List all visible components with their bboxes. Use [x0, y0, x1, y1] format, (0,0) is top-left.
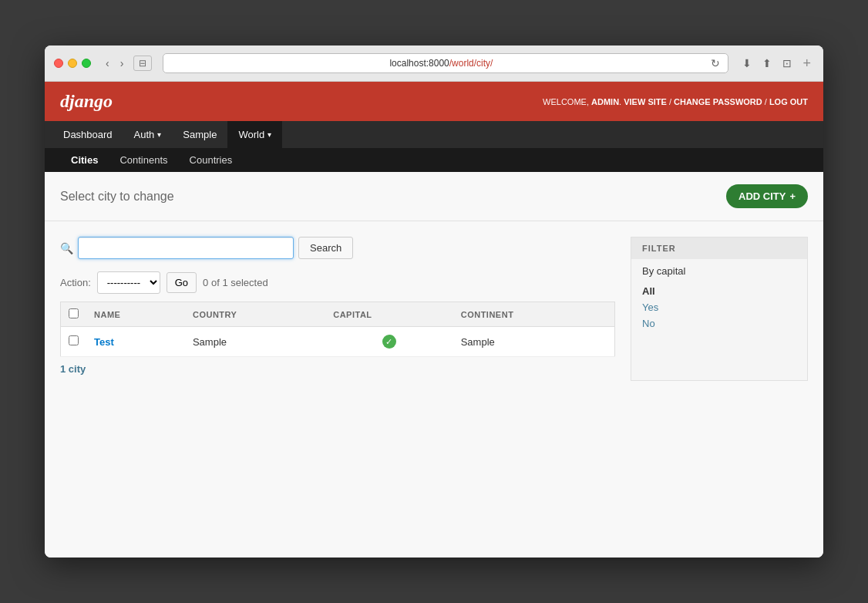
action-label: Action:: [60, 277, 91, 288]
nav-buttons: ‹ ›: [102, 56, 127, 71]
minimize-button[interactable]: [68, 59, 77, 68]
nav-item-auth[interactable]: Auth ▾: [123, 121, 173, 148]
tab-view-button[interactable]: ⊟: [133, 56, 152, 71]
filter-section-title: By capital: [631, 259, 807, 283]
action-bar: Action: ---------- Go 0 of 1 selected: [60, 271, 615, 294]
row-capital-cell: ✓: [325, 327, 453, 357]
filter-link-yes[interactable]: Yes: [642, 302, 658, 313]
filter-option-no: No: [631, 315, 807, 332]
world-dropdown-arrow: ▾: [267, 130, 271, 139]
action-select[interactable]: ----------: [97, 271, 160, 294]
col-checkbox: [61, 302, 87, 327]
view-site-link[interactable]: VIEW SITE: [624, 97, 667, 106]
table-row: Test Sample ✓ Sample: [61, 327, 615, 357]
col-capital[interactable]: CAPITAL: [325, 302, 453, 327]
main-nav: Dashboard Auth ▾ Sample World ▾: [45, 121, 823, 148]
col-country[interactable]: COUNTRY: [185, 302, 325, 327]
share-button[interactable]: ⬆: [759, 56, 775, 71]
col-continent[interactable]: CONTINENT: [453, 302, 615, 327]
url-text[interactable]: localhost:8000/world/city/: [171, 58, 711, 69]
close-button[interactable]: [54, 59, 63, 68]
sub-nav-item-cities[interactable]: Cities: [60, 148, 109, 172]
header-right: WELCOME, ADMIN. VIEW SITE / CHANGE PASSW…: [543, 97, 808, 106]
filter-list: All Yes No: [631, 283, 807, 339]
change-password-link[interactable]: CHANGE PASSWORD: [674, 97, 762, 106]
select-all-checkbox[interactable]: [69, 308, 79, 318]
row-name-link[interactable]: Test: [94, 336, 114, 348]
nav-item-world[interactable]: World ▾: [227, 121, 282, 148]
page-title: Select city to change: [60, 190, 174, 204]
table-footer: 1 city: [60, 357, 615, 381]
capital-check-icon: ✓: [382, 335, 396, 349]
content-area: Select city to change ADD CITY + 🔍 Searc…: [45, 172, 823, 558]
filter-sidebar: FILTER By capital All Yes No: [631, 237, 808, 381]
maximize-button[interactable]: [82, 59, 91, 68]
tab-manage-button[interactable]: ⊡: [779, 56, 795, 71]
row-checkbox-cell: [61, 327, 87, 357]
search-input[interactable]: [78, 237, 294, 259]
plus-icon: +: [789, 190, 796, 202]
col-name[interactable]: NAME: [86, 302, 185, 327]
filter-title: FILTER: [631, 237, 807, 259]
row-continent-cell: Sample: [453, 327, 615, 357]
forward-button[interactable]: ›: [116, 56, 128, 71]
filter-option-all: All: [631, 283, 807, 299]
table-header-row: NAME COUNTRY CAPITAL CONTINENT: [61, 302, 615, 327]
url-bar: localhost:8000/world/city/ ↻: [163, 53, 728, 73]
browser-window: ‹ › ⊟ localhost:8000/world/city/ ↻ ⬇ ⬆ ⊡…: [45, 45, 823, 558]
browser-actions: ⬇ ⬆ ⊡ +: [739, 54, 814, 73]
nav-item-sample[interactable]: Sample: [172, 121, 227, 148]
add-city-button[interactable]: ADD CITY +: [726, 184, 808, 208]
filter-link-no[interactable]: No: [642, 318, 655, 329]
traffic-lights: [54, 59, 91, 68]
data-table: NAME COUNTRY CAPITAL CONTINENT: [60, 302, 615, 357]
filter-option-yes: Yes: [631, 299, 807, 315]
main-content: 🔍 Search Action: ---------- Go 0 of 1 se…: [45, 221, 823, 396]
nav-item-dashboard[interactable]: Dashboard: [52, 121, 123, 148]
auth-dropdown-arrow: ▾: [157, 130, 161, 139]
back-button[interactable]: ‹: [102, 56, 113, 71]
new-tab-button[interactable]: +: [799, 54, 814, 73]
sub-nav-item-continents[interactable]: Continents: [109, 148, 178, 172]
django-header: django WELCOME, ADMIN. VIEW SITE / CHANG…: [45, 82, 823, 121]
search-bar: 🔍 Search: [60, 237, 615, 259]
welcome-text: WELCOME, ADMIN.: [543, 97, 624, 106]
go-button[interactable]: Go: [167, 272, 197, 293]
download-button[interactable]: ⬇: [739, 56, 755, 71]
selected-count: 0 of 1 selected: [203, 277, 268, 288]
filter-link-all[interactable]: All: [642, 285, 655, 297]
content-header: Select city to change ADD CITY +: [45, 172, 823, 221]
row-checkbox[interactable]: [69, 335, 79, 345]
search-button[interactable]: Search: [298, 237, 353, 259]
log-out-link[interactable]: LOG OUT: [769, 97, 808, 106]
table-section: 🔍 Search Action: ---------- Go 0 of 1 se…: [60, 237, 615, 381]
row-country-cell: Sample: [185, 327, 325, 357]
sub-nav: Cities Continents Countries: [45, 148, 823, 172]
browser-chrome: ‹ › ⊟ localhost:8000/world/city/ ↻ ⬇ ⬆ ⊡…: [45, 45, 823, 82]
sub-nav-item-countries[interactable]: Countries: [179, 148, 244, 172]
django-logo: django: [60, 91, 113, 112]
row-name-cell: Test: [86, 327, 185, 357]
reload-button[interactable]: ↻: [711, 57, 720, 69]
search-icon: 🔍: [60, 242, 73, 254]
